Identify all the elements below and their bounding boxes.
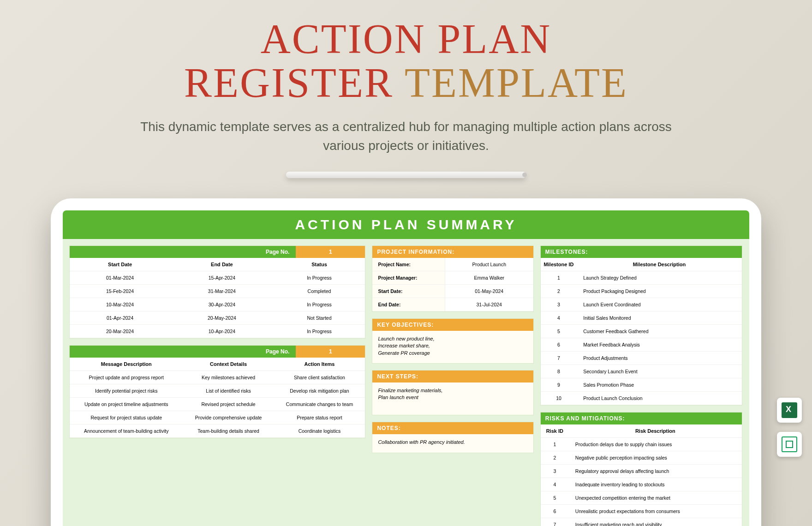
notes-title: NOTES:	[372, 422, 533, 434]
notes-body: Collaboration with PR agency initiated.	[372, 434, 533, 453]
table-cell: Project update and progress report	[70, 371, 183, 384]
table-cell: 7	[541, 518, 569, 526]
table-cell: Product Adjustments	[577, 352, 742, 365]
table-cell: Negative public perception impacting sal…	[569, 451, 742, 465]
column-header: Action Items	[274, 358, 365, 371]
table-row: 5Unexpected competition entering the mar…	[541, 491, 742, 505]
page-label: Page No.	[70, 246, 296, 258]
title-line-2: REGISTER TEMPLATE	[0, 61, 812, 105]
risks-panel: RISKS AND MITIGATIONS: Risk IDRisk Descr…	[540, 412, 742, 526]
table-cell: 10	[541, 392, 577, 405]
key-objectives-body: Launch new product line, Increase market…	[372, 331, 533, 363]
column-header: Context Details	[183, 358, 274, 371]
middle-column: PROJECT INFORMATION: Project Name:Produc…	[372, 245, 533, 526]
table-cell: Coordinate logistics	[274, 424, 365, 438]
table-cell: 01-Mar-2024	[70, 271, 170, 285]
table-cell: 1	[541, 271, 577, 285]
table-cell: 15-Apr-2024	[170, 271, 273, 285]
table-row: 6Unrealistic product expectations from c…	[541, 505, 742, 518]
column-header: Start Date	[70, 258, 170, 271]
table-row: 3Regulatory approval delays affecting la…	[541, 465, 742, 478]
table-row: Update on project timeline adjustmentsRe…	[70, 398, 365, 411]
table-row: 4Inadequate inventory leading to stockou…	[541, 478, 742, 491]
project-info-table: Project Name:Product LaunchProject Manag…	[372, 258, 533, 311]
table-cell: Revised project schedule	[183, 398, 274, 411]
table-row: 8Secondary Launch Event	[541, 365, 742, 378]
table-row: 7Insufficient marketing reach and visibi…	[541, 518, 742, 526]
format-icons	[777, 398, 802, 457]
table-cell: Product Packaging Designed	[577, 285, 742, 298]
page-bar-2: Page No. 1	[70, 346, 365, 358]
table-row: 01-Mar-202415-Apr-2024In Progress	[70, 271, 365, 285]
table-cell: 10-Mar-2024	[70, 298, 170, 311]
table-cell: Production delays due to supply chain is…	[569, 438, 742, 451]
table-cell: Not Started	[274, 311, 365, 325]
column-header: Status	[274, 258, 365, 271]
table-cell: 31-Mar-2024	[170, 285, 273, 298]
next-steps-panel: NEXT STEPS: Finalize marketing materials…	[372, 370, 533, 415]
table-cell: Communicate changes to team	[274, 398, 365, 411]
table-cell: 7	[541, 352, 577, 365]
table-row: 15-Feb-202431-Mar-2024Completed	[70, 285, 365, 298]
table-cell: In Progress	[274, 325, 365, 338]
table-cell: 5	[541, 325, 577, 338]
stylus-pencil	[286, 172, 526, 178]
table-cell: End Date:	[372, 298, 445, 311]
table-row: 6Market Feedback Analysis	[541, 338, 742, 352]
table-row: Project update and progress reportKey mi…	[70, 371, 365, 384]
table-cell: Request for project status update	[70, 411, 183, 424]
table-cell: 01-May-2024	[445, 285, 533, 298]
table-cell: 20-Mar-2024	[70, 325, 170, 338]
page-label: Page No.	[70, 346, 296, 358]
risks-title: RISKS AND MITIGATIONS:	[541, 412, 742, 424]
table-cell: 3	[541, 465, 569, 478]
table-row: 10Product Launch Conclusion	[541, 392, 742, 405]
table-cell: Project Name:	[372, 258, 445, 271]
table-cell: Regulatory approval delays affecting lau…	[569, 465, 742, 478]
dates-table: Start DateEnd DateStatus 01-Mar-202415-A…	[70, 258, 365, 338]
table-cell: Initial Sales Monitored	[577, 311, 742, 325]
table-row: 5Customer Feedback Gathered	[541, 325, 742, 338]
table-cell: Unexpected competition entering the mark…	[569, 491, 742, 505]
table-cell: Customer Feedback Gathered	[577, 325, 742, 338]
table-cell: Launch Event Coordinated	[577, 298, 742, 311]
title-word-register: REGISTER	[184, 60, 405, 106]
hero-title: ACTION PLAN REGISTER TEMPLATE	[0, 0, 812, 105]
table-row: 3Launch Event Coordinated	[541, 298, 742, 311]
table-row: 2Negative public perception impacting sa…	[541, 451, 742, 465]
next-steps-title: NEXT STEPS:	[372, 371, 533, 383]
table-cell: 4	[541, 311, 577, 325]
table-cell: Start Date:	[372, 285, 445, 298]
table-row: 9Sales Promotion Phase	[541, 378, 742, 392]
table-cell: Secondary Launch Event	[577, 365, 742, 378]
table-row: 1Launch Strategy Defined	[541, 271, 742, 285]
table-cell: 9	[541, 378, 577, 392]
table-cell: Sales Promotion Phase	[577, 378, 742, 392]
table-cell: Launch Strategy Defined	[577, 271, 742, 285]
table-row: 7Product Adjustments	[541, 352, 742, 365]
google-sheets-icon[interactable]	[777, 432, 802, 457]
table-cell: 01-Apr-2024	[70, 311, 170, 325]
table-cell: In Progress	[274, 298, 365, 311]
excel-icon[interactable]	[777, 398, 802, 423]
summary-banner: ACTION PLAN SUMMARY	[63, 210, 749, 239]
notes-panel: NOTES: Collaboration with PR agency init…	[372, 422, 533, 453]
table-row: 1Production delays due to supply chain i…	[541, 438, 742, 451]
messages-table: Message DescriptionContext DetailsAction…	[70, 358, 365, 438]
column-header: Message Description	[70, 358, 183, 371]
table-row: Announcement of team-building activityTe…	[70, 424, 365, 438]
page-number: 1	[296, 246, 365, 258]
table-cell: In Progress	[274, 271, 365, 285]
table-cell: 10-Apr-2024	[170, 325, 273, 338]
right-column: MILESTONES: Milestone IDMilestone Descri…	[540, 245, 742, 526]
table-cell: Team-building details shared	[183, 424, 274, 438]
table-cell: Share client satisfaction	[274, 371, 365, 384]
table-cell: Project Manager:	[372, 271, 445, 285]
project-info-panel: PROJECT INFORMATION: Project Name:Produc…	[372, 245, 533, 312]
page-bar-1: Page No. 1	[70, 246, 365, 258]
tablet-mockup: ACTION PLAN SUMMARY Page No. 1 Start Dat…	[51, 198, 761, 526]
left-column: Page No. 1 Start DateEnd DateStatus 01-M…	[69, 245, 365, 526]
table-cell: Key milestones achieved	[183, 371, 274, 384]
table-row: 20-Mar-202410-Apr-2024In Progress	[70, 325, 365, 338]
table-cell: Market Feedback Analysis	[577, 338, 742, 352]
